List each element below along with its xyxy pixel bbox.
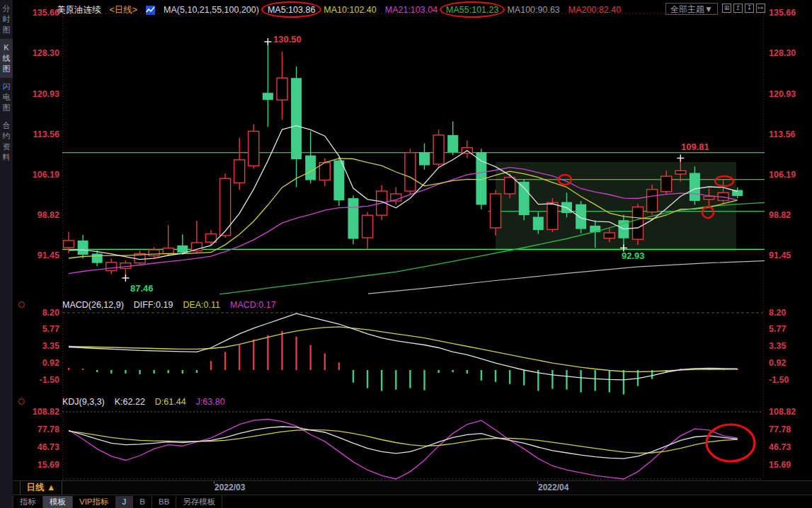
candle-body-up [64, 241, 74, 248]
candle-body-up [391, 194, 401, 201]
candle-body-down [92, 253, 103, 262]
x-axis-label-april: 2022/04 [538, 483, 568, 492]
candle-body-up [433, 135, 444, 164]
sidebar-item-flash-chart[interactable]: 闪电图 [0, 78, 13, 117]
candle-body-up [248, 131, 259, 166]
ma5-value: MA5:103.86 [268, 5, 315, 15]
kdj-axis-label-left: 15.69 [38, 460, 59, 470]
price-axis-label-right: 120.93 [769, 89, 796, 99]
ma55-line [219, 202, 765, 294]
window-layout-icons: ⊞ ↥ ↧ ↦ [722, 4, 765, 13]
all-themes-button[interactable]: 全部主题▼ [665, 3, 718, 15]
shaded-region [496, 162, 736, 251]
candle-body-up [163, 248, 173, 254]
candle-body-up [120, 263, 131, 269]
sidebar-item-time-chart[interactable]: 分时图 [0, 0, 13, 39]
candle-body-up [633, 207, 644, 240]
candle-body-up [675, 171, 686, 174]
price-axis-label-left: 135.66 [33, 8, 59, 18]
kdj-j-value: J:63.80 [196, 397, 225, 407]
red-circle-annotation [707, 425, 755, 461]
macd-axis-label-right: 5.77 [769, 324, 786, 334]
tab-vip-indicator[interactable]: VIP指标 [73, 496, 116, 508]
kdj-axis-label-right: 46.73 [769, 442, 791, 452]
price-axis-label-right: 91.45 [769, 250, 791, 260]
candle-body-up [362, 215, 373, 238]
ma10-value: MA10:102.40 [324, 5, 376, 15]
tab-b[interactable]: B [133, 496, 152, 508]
price-annotation: 92.93 [622, 250, 645, 261]
ma55-value: MA55:101.23 [446, 5, 498, 15]
kdj-axis-label-right: 77.78 [769, 425, 791, 434]
candle-body-up [220, 178, 231, 236]
sidebar-item-kline-chart[interactable]: K线图 [0, 39, 13, 78]
macd-axis-label-right: -1.50 [769, 375, 789, 385]
price-axis-label-right: 98.82 [769, 210, 791, 220]
macd-axis-label-left: -1.50 [40, 375, 60, 385]
candle-body-up [491, 194, 501, 228]
kdj-axis-label-left: 108.82 [33, 407, 59, 417]
macd-dea-line [69, 327, 738, 372]
kdj-d-value: D:61.44 [155, 397, 186, 407]
price-axis-label-right: 106.19 [769, 170, 796, 180]
kdj-axis-label-left: 46.73 [38, 442, 59, 452]
tab-j[interactable]: J [116, 496, 134, 508]
candle-body-down [305, 156, 316, 180]
tab-template[interactable]: 模板 [43, 496, 73, 508]
candle-body-down [732, 190, 743, 196]
indicator-tab-bar: 指标 模板 VIP指标 J B BB 另存模板 [13, 496, 222, 508]
ma-param-label: MA(5,10,21,55,100,200) [164, 5, 259, 15]
candle-body-down [519, 182, 530, 215]
period-tag[interactable]: <日线> [110, 4, 138, 16]
candle-body-down [447, 135, 458, 152]
candle-body-up [604, 233, 614, 238]
candle-body-down [561, 202, 572, 214]
price-annotation: 130.50 [273, 34, 302, 45]
red-circle-annotation [559, 175, 571, 185]
candle-body-up [135, 253, 145, 262]
pane-right-icon[interactable]: ↦ [756, 4, 765, 13]
kdj-k-line [69, 427, 738, 458]
macd-dea-value: DEA:0.11 [183, 300, 220, 310]
pane-down-icon[interactable]: ↧ [745, 4, 754, 13]
candle-body-up [377, 191, 387, 215]
kdj-settings-icon[interactable] [18, 398, 25, 405]
macd-settings-icon[interactable] [18, 301, 25, 308]
charting-app-window: 分时图 K线图 闪电图 合约资料 美原油连续 <日线> MA(5,10,21,5… [0, 0, 812, 508]
timeline-strip: 日线 ▲ 2022/03 2022/04 [13, 480, 812, 495]
macd-axis-label-right: 0.92 [769, 358, 786, 368]
ma200-value: MA200:82.40 [568, 5, 621, 15]
candle-body-up [234, 160, 245, 183]
price-axis-label-right: 113.56 [769, 129, 796, 139]
tab-save-template[interactable]: 另存模板 [176, 496, 222, 508]
sidebar-item-contract-info[interactable]: 合约资料 [0, 117, 13, 166]
candle-body-up [647, 190, 658, 212]
instrument-title: 美原油连续 [57, 4, 101, 16]
candle-body-down [177, 246, 188, 253]
candle-body-up [191, 243, 202, 251]
candle-body-up [547, 202, 558, 229]
candle-body-up [206, 234, 217, 243]
grid-layout-icon[interactable]: ⊞ [722, 4, 731, 13]
kdj-axis-label-right: 108.82 [769, 407, 796, 417]
pane-up-icon[interactable]: ↥ [733, 4, 743, 13]
candle-body-up [661, 176, 672, 192]
red-circle-annotation [715, 176, 733, 186]
chart-canvas: 130.5087.4692.93109.81135.66135.66128.30… [0, 0, 812, 508]
candle-body-down [476, 152, 486, 204]
candle-body-up [277, 78, 287, 100]
price-axis-label-left: 128.30 [33, 48, 59, 58]
period-label: 日线 [27, 483, 45, 492]
candle-body-down [263, 93, 273, 100]
period-selector[interactable]: 日线 ▲ [20, 481, 62, 495]
tab-indicator[interactable]: 指标 [13, 496, 43, 508]
candle-body-down [690, 173, 700, 201]
candle-body-up [405, 153, 416, 191]
price-annotation: 87.46 [130, 283, 154, 294]
price-axis-label-left: 120.93 [33, 89, 59, 99]
macd-diff-line [69, 313, 738, 380]
price-axis-label-left: 113.56 [33, 129, 59, 139]
tab-bb[interactable]: BB [152, 496, 176, 508]
price-axis-label-left: 91.45 [38, 250, 59, 260]
price-axis-label-left: 98.82 [38, 210, 59, 220]
